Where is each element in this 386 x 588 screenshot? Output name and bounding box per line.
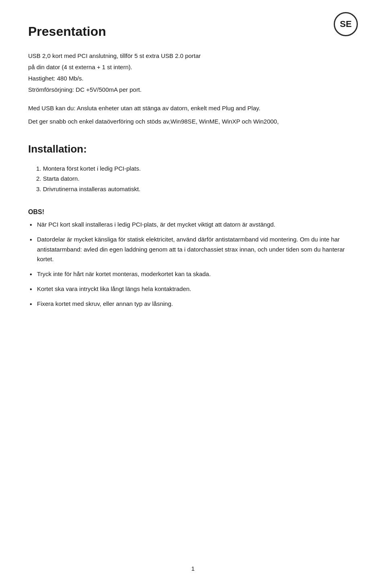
obs-item-1: När PCI kort skall installeras i ledig P…	[28, 220, 358, 230]
install-step-3: 3. Drivrutinerna installeras automatiskt…	[28, 184, 358, 194]
intro-line-4: Strömförsörjning: DC +5V/500mA per port.	[28, 85, 358, 95]
obs-item-2: Datordelar är mycket känsliga för statis…	[28, 235, 358, 264]
installation-section: Installation: 1. Montera först kortet i …	[28, 143, 358, 194]
country-badge: SE	[334, 12, 358, 36]
plug-play-text: Med USB kan du: Ansluta enheter utan att…	[28, 103, 358, 113]
intro-line-3: Hastighet: 480 Mb/s.	[28, 74, 358, 83]
obs-list: När PCI kort skall installeras i ledig P…	[28, 220, 358, 309]
installation-list: 1. Montera först kortet i ledig PCI-plat…	[28, 163, 358, 194]
intro-line-1: USB 2,0 kort med PCI anslutning, tillför…	[28, 51, 358, 61]
installation-title: Installation:	[28, 143, 358, 155]
obs-item-3: Tryck inte för hårt när kortet monteras,…	[28, 269, 358, 279]
obs-title: OBS!	[28, 208, 358, 216]
obs-item-4: Kortet ska vara intryckt lika långt läng…	[28, 284, 358, 294]
install-step-1: 1. Montera först kortet i ledig PCI-plat…	[28, 163, 358, 174]
intro-line-2: på din dator (4 st externa + 1 st intern…	[28, 62, 358, 72]
install-step-2: 2. Starta datorn.	[28, 173, 358, 184]
page: SE Presentation USB 2,0 kort med PCI ans…	[0, 0, 386, 588]
data-transfer-text: Det ger snabb och enkel dataöverföring o…	[28, 117, 358, 127]
plug-play-block: Med USB kan du: Ansluta enheter utan att…	[28, 103, 358, 113]
intro-block: USB 2,0 kort med PCI anslutning, tillför…	[28, 51, 358, 95]
obs-section: OBS! När PCI kort skall installeras i le…	[28, 208, 358, 309]
page-title: Presentation	[28, 24, 358, 39]
data-transfer-block: Det ger snabb och enkel dataöverföring o…	[28, 117, 358, 127]
page-number: 1	[191, 565, 195, 572]
obs-item-5: Fixera kortet med skruv, eller annan typ…	[28, 299, 358, 309]
country-badge-label: SE	[340, 19, 351, 29]
